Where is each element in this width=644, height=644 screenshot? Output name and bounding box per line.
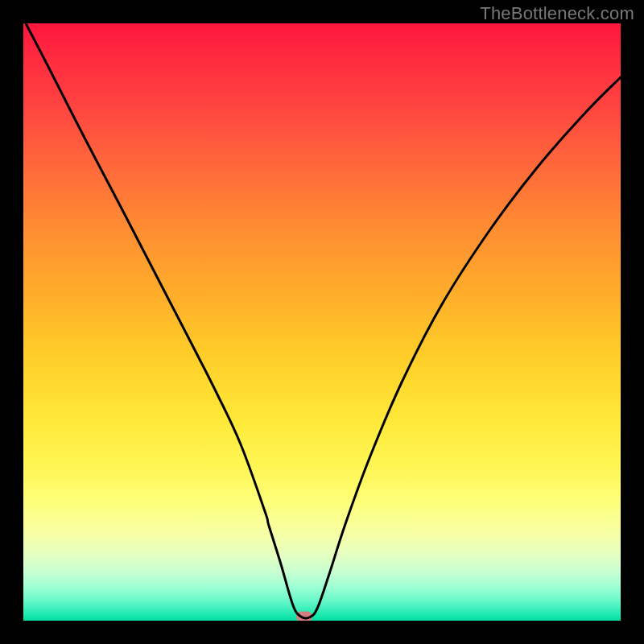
plot-area <box>23 23 621 621</box>
curve-path <box>26 23 621 618</box>
bottleneck-curve <box>23 23 621 621</box>
watermark-text: TheBottleneck.com <box>480 3 634 24</box>
chart-frame: TheBottleneck.com <box>0 0 644 644</box>
